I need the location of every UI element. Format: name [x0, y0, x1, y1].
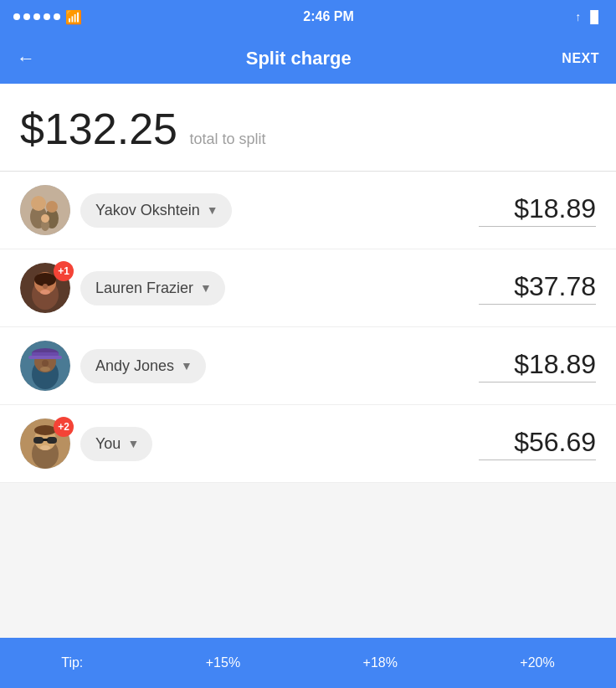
- person-amount-you: $56.69: [479, 427, 596, 458]
- status-bar: 📶 2:46 PM ↑ ▐▌: [0, 0, 616, 33]
- person-name-andy: Andy Jones: [95, 357, 174, 375]
- header: ← Split charge NEXT: [0, 33, 616, 84]
- svg-rect-24: [33, 437, 44, 444]
- dropdown-arrow-yakov: ▼: [207, 203, 218, 217]
- svg-rect-18: [28, 356, 62, 359]
- name-pill-yakov[interactable]: Yakov Okshtein▼: [80, 193, 232, 228]
- tip-option-20[interactable]: +20%: [520, 655, 554, 670]
- person-row: +2You▼$56.69: [0, 405, 616, 483]
- person-left-lauren: +1Lauren Frazier▼: [20, 263, 479, 313]
- amount-wrapper-andy: $18.89: [479, 349, 596, 383]
- status-right: ↑ ▐▌: [575, 10, 603, 23]
- status-left: 📶: [13, 9, 82, 25]
- svg-rect-25: [47, 437, 57, 444]
- page-title: Split charge: [246, 48, 352, 69]
- amount-wrapper-yakov: $18.89: [479, 193, 596, 227]
- badge-lauren: +1: [54, 261, 74, 281]
- total-section: $132.25 total to split: [0, 84, 616, 172]
- person-name-lauren: Lauren Frazier: [95, 280, 193, 297]
- name-pill-andy[interactable]: Andy Jones▼: [80, 349, 206, 383]
- dropdown-arrow-lauren: ▼: [200, 281, 212, 295]
- person-amount-yakov: $18.89: [479, 193, 596, 224]
- total-amount: $132.25: [20, 105, 177, 153]
- next-button[interactable]: NEXT: [562, 51, 599, 66]
- avatar-andy: [20, 341, 70, 391]
- wifi-icon: 📶: [65, 9, 82, 25]
- badge-you: +2: [54, 417, 74, 437]
- svg-rect-26: [43, 439, 48, 441]
- dropdown-arrow-you: ▼: [127, 437, 139, 450]
- svg-point-12: [40, 290, 50, 295]
- signal-dots: [13, 13, 60, 20]
- person-name-yakov: Yakov Okshtein: [95, 202, 200, 219]
- svg-point-2: [31, 196, 46, 211]
- tip-label: Tip:: [61, 655, 83, 670]
- tip-option-15[interactable]: +15%: [206, 655, 240, 670]
- person-row: Yakov Okshtein▼$18.89: [0, 172, 616, 249]
- avatar-wrapper-lauren: +1: [20, 263, 70, 313]
- person-amount-andy: $18.89: [479, 349, 596, 380]
- svg-point-6: [41, 214, 49, 223]
- person-left-yakov: Yakov Okshtein▼: [20, 185, 479, 235]
- name-pill-lauren[interactable]: Lauren Frazier▼: [80, 271, 225, 305]
- person-left-you: +2You▼: [20, 418, 479, 469]
- person-row: +1Lauren Frazier▼$37.78: [0, 249, 616, 327]
- back-button[interactable]: ←: [17, 48, 35, 69]
- svg-point-20: [40, 367, 50, 372]
- name-pill-you[interactable]: You▼: [80, 427, 152, 461]
- svg-point-4: [46, 201, 58, 213]
- tip-bar: Tip: +15% +18% +20%: [0, 638, 616, 688]
- svg-point-27: [40, 445, 50, 450]
- avatar-wrapper-you: +2: [20, 418, 70, 469]
- location-icon: ↑: [575, 10, 581, 23]
- amount-wrapper-lauren: $37.78: [479, 271, 596, 305]
- dropdown-arrow-andy: ▼: [181, 359, 192, 372]
- svg-point-11: [43, 284, 48, 289]
- people-list: Yakov Okshtein▼$18.89 +1Lauren Frazier▼$…: [0, 172, 616, 483]
- person-left-andy: Andy Jones▼: [20, 341, 479, 391]
- avatar-wrapper-yakov: [20, 185, 70, 235]
- battery-icon: ▐▌: [586, 10, 603, 23]
- avatar-wrapper-andy: [20, 341, 70, 391]
- tip-option-18[interactable]: +18%: [363, 655, 398, 670]
- person-name-you: You: [95, 435, 121, 453]
- person-row: Andy Jones▼$18.89: [0, 327, 616, 405]
- amount-wrapper-you: $56.69: [479, 427, 596, 460]
- avatar-yakov: [20, 185, 70, 235]
- status-time: 2:46 PM: [303, 9, 353, 24]
- svg-point-19: [42, 360, 49, 367]
- person-amount-lauren: $37.78: [479, 271, 596, 302]
- total-label: total to split: [189, 131, 265, 147]
